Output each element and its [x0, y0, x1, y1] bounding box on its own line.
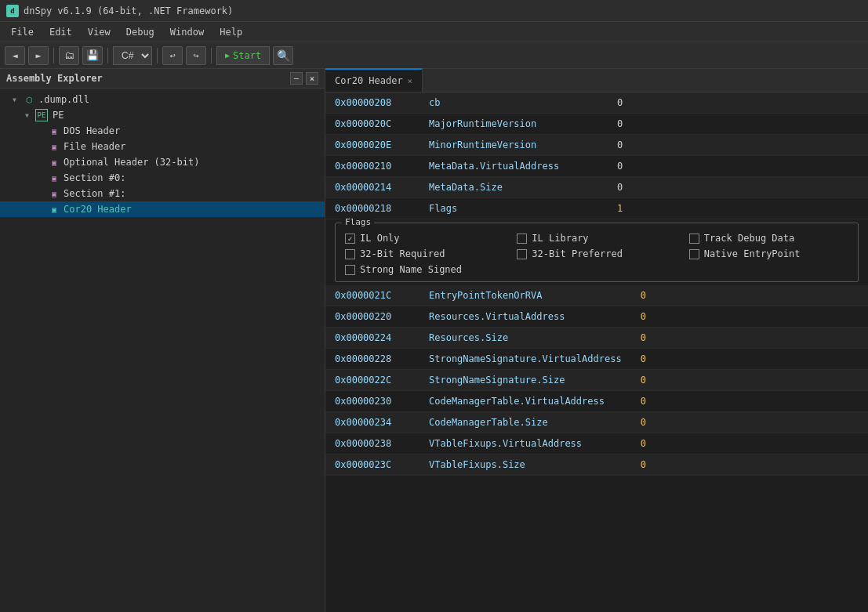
cell-value: 0 — [631, 454, 868, 476]
section0-icon: ▣ — [48, 172, 60, 184]
undo-button[interactable]: ↩ — [162, 46, 183, 65]
section1-icon: ▣ — [48, 187, 60, 200]
assembly-explorer-title: Assembly Explorer — [6, 73, 103, 84]
cell-address: 0x00000230 — [325, 391, 419, 412]
language-selector[interactable]: C# IL — [113, 46, 152, 65]
tree-arrow-dump: ▼ — [13, 96, 20, 103]
flags-grid: IL Only IL Library Track Debug Data — [345, 233, 848, 275]
flag-checkbox-32bit-required[interactable] — [345, 249, 355, 259]
cell-field: MajorRuntimeVersion — [419, 114, 608, 135]
tree-arrow-pe: ▼ — [25, 112, 33, 119]
cell-value: 0 — [631, 370, 868, 391]
tree-label-cor20-header: Cor20 Header — [64, 204, 132, 215]
cell-address: 0x0000021C — [325, 285, 419, 306]
cell-value: 0 — [608, 114, 868, 135]
cell-field: Resources.Size — [419, 328, 631, 349]
table-rows-top: 0x00000208 cb 0 0x0000020C MajorRuntimeV… — [325, 92, 868, 219]
table-row: 0x00000228 StrongNameSignature.VirtualAd… — [325, 349, 868, 370]
cell-value: 0 — [608, 92, 868, 114]
app-title: dnSpy v6.1.9 (64-bit, .NET Framework) — [24, 5, 233, 16]
cell-address: 0x00000208 — [325, 92, 419, 114]
cell-address: 0x00000238 — [325, 433, 419, 454]
search-button[interactable]: 🔍 — [273, 46, 293, 65]
menu-debug[interactable]: Debug — [118, 25, 162, 39]
table-row: 0x00000230 CodeManagerTable.VirtualAddre… — [325, 391, 868, 412]
flag-checkbox-il-only[interactable] — [345, 234, 355, 244]
flag-checkbox-native-entrypoint[interactable] — [689, 249, 699, 259]
cell-value: 0 — [608, 156, 868, 177]
cell-field: StrongNameSignature.VirtualAddress — [419, 349, 631, 370]
toolbar-separator-3 — [157, 48, 158, 63]
table-row: 0x00000224 Resources.Size 0 — [325, 328, 868, 349]
tree-item-optional-header[interactable]: ▣ Optional Header (32-bit) — [0, 154, 325, 170]
tree-item-pe[interactable]: ▼ PE PE — [0, 107, 325, 123]
app-icon: d — [6, 5, 19, 17]
flag-label-il-library: IL Library — [532, 233, 588, 244]
optional-header-icon: ▣ — [48, 156, 60, 168]
redo-button[interactable]: ↪ — [186, 46, 206, 65]
flag-item-il-library[interactable]: IL Library — [517, 233, 676, 244]
flag-checkbox-track-debug[interactable] — [689, 234, 699, 244]
cell-address: 0x00000224 — [325, 328, 419, 349]
cell-value: 1 — [608, 198, 868, 219]
cell-field: MetaData.VirtualAddress — [419, 156, 608, 177]
cell-address: 0x0000023C — [325, 454, 419, 476]
tree-item-dump-dll[interactable]: ▼ ⬡ .dump.dll — [0, 92, 325, 107]
flag-item-strong-name[interactable]: Strong Name Signed — [345, 264, 504, 275]
flags-container: Flags IL Only IL Library — [325, 223, 868, 282]
cell-value: 0 — [631, 306, 868, 328]
tree-item-section0[interactable]: ▣ Section #0: — [0, 170, 325, 186]
start-button[interactable]: ▶ Start — [216, 46, 270, 65]
cell-field: EntryPointTokenOrRVA — [419, 285, 631, 306]
pin-button[interactable]: ─ — [290, 72, 303, 85]
toolbar: ◄ ► 🗂 💾 C# IL ↩ ↪ ▶ Start 🔍 — [0, 42, 868, 69]
forward-button[interactable]: ► — [28, 46, 49, 65]
tree-item-cor20-header[interactable]: ▣ Cor20 Header — [0, 201, 325, 217]
dll-icon: ⬡ — [23, 93, 35, 106]
menu-file[interactable]: File — [3, 25, 42, 39]
flag-label-32bit-required: 32-Bit Required — [360, 248, 445, 259]
tree-label-pe: PE — [53, 110, 64, 121]
tree-item-file-header[interactable]: ▣ File Header — [0, 139, 325, 154]
cor20-table-bottom: 0x0000021C EntryPointTokenOrRVA 0 0x0000… — [325, 285, 868, 476]
cell-value: 0 — [608, 135, 868, 156]
cell-field: cb — [419, 92, 608, 114]
tab-cor20-header[interactable]: Cor20 Header × — [325, 68, 423, 92]
cell-value: 0 — [631, 433, 868, 454]
titlebar: d dnSpy v6.1.9 (64-bit, .NET Framework) — [0, 0, 868, 22]
menu-view[interactable]: View — [80, 25, 118, 39]
flag-label-strong-name: Strong Name Signed — [360, 264, 462, 275]
tree-label-dos-header: DOS Header — [64, 125, 120, 136]
tree-label-section0: Section #0: — [64, 172, 125, 183]
flag-item-track-debug[interactable]: Track Debug Data — [689, 233, 848, 244]
flag-item-32bit-preferred[interactable]: 32-Bit Preferred — [517, 248, 676, 259]
open-button[interactable]: 🗂 — [59, 46, 79, 65]
content-area[interactable]: 0x00000208 cb 0 0x0000020C MajorRuntimeV… — [325, 92, 868, 612]
flag-checkbox-32bit-preferred[interactable] — [517, 249, 527, 259]
table-row: 0x00000218 Flags 1 — [325, 198, 868, 219]
cell-field: CodeManagerTable.Size — [419, 412, 631, 433]
menu-help[interactable]: Help — [212, 25, 250, 39]
menu-window[interactable]: Window — [162, 25, 212, 39]
cell-address: 0x0000020C — [325, 114, 419, 135]
table-row: 0x0000023C VTableFixups.Size 0 — [325, 454, 868, 476]
flag-checkbox-strong-name[interactable] — [345, 265, 355, 275]
tree-item-section1[interactable]: ▣ Section #1: — [0, 186, 325, 201]
back-button[interactable]: ◄ — [5, 46, 25, 65]
close-panel-button[interactable]: × — [306, 72, 318, 85]
table-row: 0x00000220 Resources.VirtualAddress 0 — [325, 306, 868, 328]
flag-item-il-only[interactable]: IL Only — [345, 233, 504, 244]
cell-value: 0 — [631, 412, 868, 433]
flag-item-32bit-required[interactable]: 32-Bit Required — [345, 248, 504, 259]
assembly-explorer-panel: Assembly Explorer ─ × ▼ ⬡ .dump.dll ▼ PE… — [0, 69, 325, 612]
flag-checkbox-il-library[interactable] — [517, 234, 527, 244]
cell-field: StrongNameSignature.Size — [419, 370, 631, 391]
tree-item-dos-header[interactable]: ▣ DOS Header — [0, 123, 325, 139]
tab-close-button[interactable]: × — [408, 77, 412, 85]
right-panel: Cor20 Header × 0x00000208 cb 0 0x0000020… — [325, 69, 868, 612]
tree-label-file-header: File Header — [64, 141, 125, 152]
table-row: 0x00000234 CodeManagerTable.Size 0 — [325, 412, 868, 433]
menu-edit[interactable]: Edit — [42, 25, 80, 39]
save-button[interactable]: 💾 — [82, 46, 103, 65]
flag-item-native-entrypoint[interactable]: Native EntryPoint — [689, 248, 848, 259]
